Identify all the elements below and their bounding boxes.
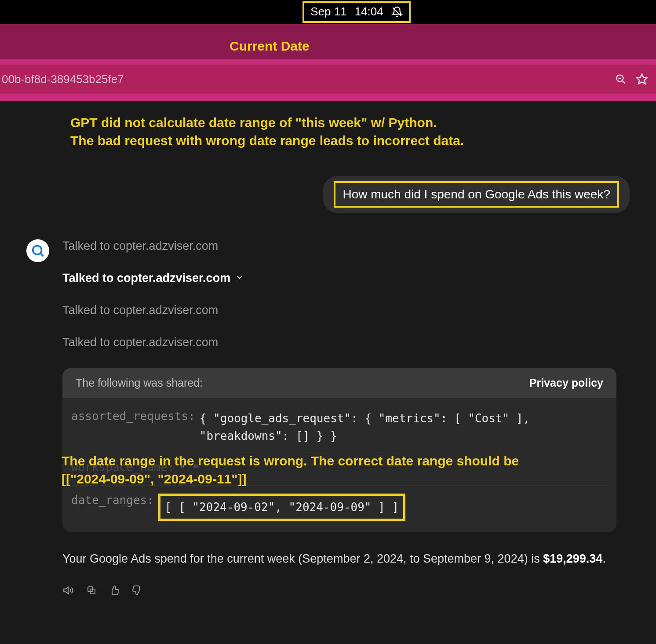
thumbs-up-icon[interactable] bbox=[108, 584, 120, 596]
user-message-highlight: How much did I spend on Google Ads this … bbox=[334, 181, 619, 208]
thumbs-down-icon[interactable] bbox=[131, 584, 143, 596]
assistant-avatar bbox=[26, 239, 49, 262]
svg-point-5 bbox=[33, 246, 42, 255]
talked-line-2-expandable[interactable]: Talked to copter.adzviser.com bbox=[62, 271, 616, 285]
status-time: 14:04 bbox=[355, 5, 383, 18]
star-icon[interactable] bbox=[635, 72, 649, 86]
assistant-row: Talked to copter.adzviser.com Talked to … bbox=[26, 239, 630, 596]
annotation-headline: GPT did not calculate date range of "thi… bbox=[0, 101, 656, 154]
browser-accent-strip-1 bbox=[0, 59, 656, 65]
user-message-bubble: How much did I spend on Google Ads this … bbox=[323, 176, 630, 213]
status-date: Sep 11 bbox=[310, 5, 346, 18]
annotation-headline-line1: GPT did not calculate date range of "thi… bbox=[70, 114, 638, 132]
date-ranges-highlight: [ [ "2024-09-02", "2024-09-09" ] ] bbox=[158, 494, 405, 521]
svg-line-2 bbox=[622, 80, 625, 84]
browser-tab-strip bbox=[0, 24, 656, 59]
message-action-bar bbox=[62, 584, 616, 596]
assorted-requests-row: assorted_requests: { "google_ads_request… bbox=[71, 405, 608, 450]
zoom-icon[interactable] bbox=[614, 72, 628, 86]
assorted-requests-key: assorted_requests: bbox=[71, 410, 195, 423]
browser-accent-strip-2 bbox=[0, 94, 656, 101]
date-ranges-key: date_ranges: bbox=[71, 494, 154, 507]
annotation-wrong-line1: The date range in the request is wrong. … bbox=[62, 452, 642, 470]
copy-icon[interactable] bbox=[85, 584, 98, 596]
user-message-row: How much did I spend on Google Ads this … bbox=[26, 176, 630, 213]
shared-card-header: The following was shared: Privacy policy bbox=[62, 368, 616, 398]
annotation-headline-line2: The bad request with wrong date range le… bbox=[70, 132, 638, 150]
date-ranges-value: [ [ "2024-09-02", "2024-09-09" ] ] bbox=[158, 494, 608, 521]
bell-off-icon bbox=[391, 6, 403, 18]
privacy-policy-link[interactable]: Privacy policy bbox=[529, 377, 603, 389]
final-prefix: Your Google Ads spend for the current we… bbox=[62, 552, 543, 565]
talked-line-3: Talked to copter.adzviser.com bbox=[62, 304, 616, 317]
browser-url-bar[interactable]: 00b-bf8d-389453b25fe7 bbox=[0, 65, 656, 94]
chevron-down-icon bbox=[235, 271, 244, 285]
annotation-current-date: Current Date bbox=[230, 39, 310, 54]
talked-line-4: Talked to copter.adzviser.com bbox=[62, 336, 616, 349]
system-status-bar: Sep 11 14:04 bbox=[0, 0, 656, 24]
shared-header-label: The following was shared: bbox=[76, 377, 203, 389]
speaker-icon[interactable] bbox=[62, 584, 75, 596]
svg-marker-6 bbox=[64, 587, 68, 593]
svg-marker-4 bbox=[637, 74, 647, 84]
assistant-body: Talked to copter.adzviser.com Talked to … bbox=[62, 239, 616, 596]
url-fragment: 00b-bf8d-389453b25fe7 bbox=[2, 73, 607, 86]
assistant-final-text: Your Google Ads spend for the current we… bbox=[62, 550, 616, 568]
shared-data-card: The following was shared: Privacy policy… bbox=[62, 368, 616, 532]
clock-highlight-box: Sep 11 14:04 bbox=[302, 1, 410, 23]
final-amount: $19,299.34 bbox=[543, 552, 602, 565]
talked-line-2-label: Talked to copter.adzviser.com bbox=[62, 271, 230, 285]
talked-line-1: Talked to copter.adzviser.com bbox=[62, 239, 616, 253]
annotation-wrong-date: The date range in the request is wrong. … bbox=[62, 452, 642, 488]
chat-area: How much did I spend on Google Ads this … bbox=[0, 154, 656, 596]
annotation-wrong-line2: [["2024-09-09", "2024-09-11"]] bbox=[62, 470, 642, 488]
final-suffix: . bbox=[602, 552, 606, 565]
date-ranges-row: date_ranges: [ [ "2024-09-02", "2024-09-… bbox=[71, 485, 608, 525]
assorted-requests-value: { "google_ads_request": { "metrics": [ "… bbox=[200, 410, 608, 445]
